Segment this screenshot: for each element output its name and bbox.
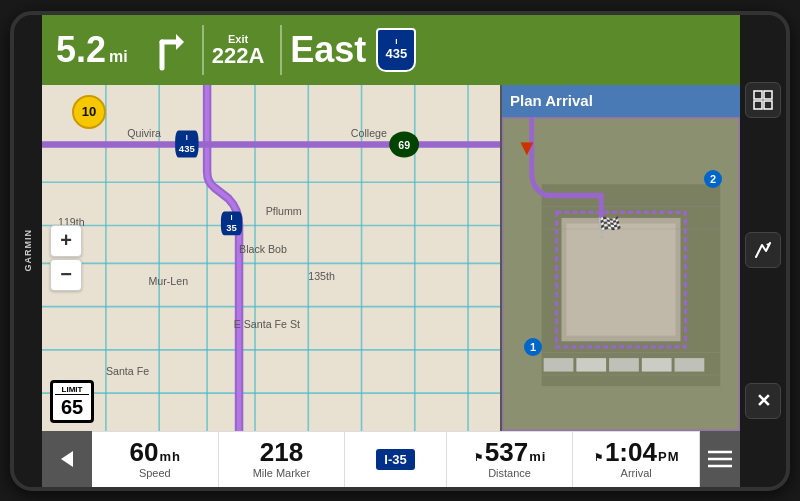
nav-divider [202,25,204,75]
nav-bar: 5.2 mi Exit 222A East I 435 [42,15,740,85]
route-button[interactable] [745,232,781,268]
arrival-label: Arrival [621,467,652,479]
svg-rect-3 [764,101,772,109]
plan-arrival-title: Plan Arrival [510,92,593,109]
svg-text:135th: 135th [308,269,335,281]
turn-icon [148,25,188,75]
nav-divider2 [280,25,282,75]
road-name-display: I-35 [345,432,447,487]
svg-rect-51 [609,358,639,371]
speed-value: 60mh [130,439,180,465]
svg-text:Mur-Len: Mur-Len [149,274,189,286]
flag-icon-distance: ⚑ [474,453,483,463]
flag-icon-arrival: ⚑ [594,453,603,463]
distance-box: 5.2 mi [42,29,142,71]
direction-text: East [290,29,366,71]
right-controls-strip: ✕ [740,15,786,487]
arrival-value: ⚑1:04PM [594,439,679,465]
svg-rect-8 [42,85,500,431]
garmin-strip: GARMIN [14,15,42,487]
distance-label: Distance [488,467,531,479]
nav-map[interactable]: Quivira College Pflumm Black Bob Mur-Len… [42,85,500,431]
svg-text:Quivira: Quivira [127,126,161,138]
svg-text:Santa Fe: Santa Fe [106,364,149,376]
speed-limit-label: LIMIT [55,385,89,395]
waypoint-1: 1 [524,338,542,356]
svg-text:Pflumm: Pflumm [266,204,302,216]
svg-text:I: I [186,133,188,142]
mile-marker-display: 218 Mile Marker [219,432,346,487]
speed-badge: 10 [72,95,106,129]
destination-flag: 🏁 [597,215,622,239]
distance-display: ⚑537mi Distance [447,432,574,487]
speed-label: Speed [139,467,171,479]
svg-rect-1 [764,91,772,99]
svg-text:435: 435 [179,142,196,153]
map-zoom-controls: + − [50,225,82,291]
map-container: Quivira College Pflumm Black Bob Mur-Len… [42,85,740,431]
shield-icon: I 435 [376,28,416,72]
back-button[interactable] [42,431,92,487]
mile-marker-label: Mile Marker [253,467,310,479]
svg-rect-50 [576,358,606,371]
svg-text:35: 35 [226,221,237,232]
zoom-out-button[interactable]: − [50,259,82,291]
close-button[interactable]: ✕ [745,383,781,419]
svg-text:Black Bob: Black Bob [239,242,287,254]
svg-rect-44 [566,223,675,335]
distance-value: 5.2 [56,29,106,71]
svg-rect-0 [754,91,762,99]
svg-marker-7 [176,34,184,50]
brand-label: GARMIN [23,229,33,272]
exit-info: Exit 222A [212,33,265,67]
svg-rect-49 [544,358,574,371]
exit-number: 222A [212,45,265,67]
svg-text:College: College [351,126,387,138]
satellite-map-svg [502,117,740,431]
road-name-badge: I-35 [376,449,414,470]
speed-display: 60mh Speed [92,432,219,487]
svg-rect-52 [642,358,672,371]
distance-unit: mi [109,48,128,66]
svg-rect-53 [675,358,705,371]
main-content: 5.2 mi Exit 222A East I 435 [42,15,740,487]
mile-marker-value: 218 [260,439,303,465]
speed-limit-value: 65 [55,396,89,418]
status-bar: 60mh Speed 218 Mile Marker I-35 ⚑537mi [42,431,740,487]
menu-button[interactable] [700,431,740,487]
map-toggle-button[interactable] [745,82,781,118]
close-icon: ✕ [756,390,771,412]
svg-text:69: 69 [398,138,410,150]
nav-arrow-icon: ▼ [516,135,538,161]
svg-marker-56 [61,451,73,467]
zoom-in-button[interactable]: + [50,225,82,257]
waypoint-2: 2 [704,170,722,188]
device: GARMIN ✕ 5.2 mi [10,11,790,491]
arrival-map[interactable]: Plan Arrival [500,85,740,431]
svg-rect-2 [754,101,762,109]
highway-badge-435: I 435 [374,28,418,72]
speed-badge-value: 10 [82,104,96,119]
plan-arrival-header: Plan Arrival [502,85,740,117]
arrival-display: ⚑1:04PM Arrival [573,432,700,487]
map-svg: Quivira College Pflumm Black Bob Mur-Len… [42,85,500,431]
svg-text:I: I [231,213,233,222]
speed-limit-sign: LIMIT 65 [50,380,94,423]
svg-text:E Santa Fe St: E Santa Fe St [234,318,300,330]
distance-remaining-value: ⚑537mi [474,439,546,465]
